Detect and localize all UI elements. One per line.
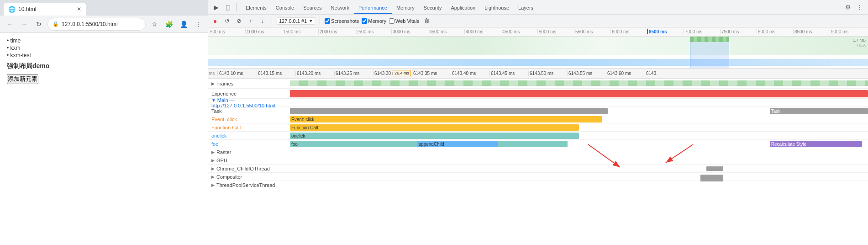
- screenshots-label: Screenshots: [331, 18, 359, 24]
- onclick-bar[interactable]: onclick: [290, 133, 579, 139]
- fine-tick-7: 6143.45 ms: [489, 71, 528, 76]
- onclick-row[interactable]: onclick onclick: [208, 132, 868, 140]
- event-click-content: Event: click: [290, 115, 868, 123]
- fine-tick-11: 6143.: [645, 71, 684, 76]
- toolbar-sep: [272, 17, 272, 25]
- raster-row[interactable]: ▶ Raster: [208, 148, 868, 156]
- browser-tabs-bar: 🌐 10.html ✕: [0, 0, 208, 16]
- extensions-button[interactable]: 🧩: [163, 18, 175, 30]
- tab-lighthouse[interactable]: Lighthouse: [480, 1, 514, 14]
- record-button[interactable]: ●: [210, 16, 220, 26]
- overview-strip[interactable]: 1.7 MB HEA: [208, 37, 868, 69]
- save-profile-button[interactable]: ↓: [258, 16, 267, 26]
- main-header-label: ▼ Main — http://127.0.0.1:5500/10.html: [208, 97, 290, 108]
- append-child-bar[interactable]: appendChild: [417, 141, 498, 147]
- device-toolbar-button[interactable]: ⎕: [222, 2, 233, 13]
- function-call-row[interactable]: Function Call Function Call: [208, 123, 868, 132]
- thread-pool-label: ▶ ThreadPoolServiceThread: [208, 182, 290, 188]
- timeline-ruler: 500 ms 1000 ms 1500 ms 2000 ms 2500 ms 3…: [208, 27, 868, 37]
- browser-tab[interactable]: 🌐 10.html ✕: [4, 3, 86, 16]
- tab-performance[interactable]: Performance: [354, 1, 392, 14]
- event-click-bar[interactable]: Event: click: [290, 116, 602, 122]
- ruler-tick-5500: 5500 ms: [574, 29, 610, 34]
- ruler-tick-2500: 2500 ms: [355, 29, 391, 34]
- tab-close-icon[interactable]: ✕: [77, 6, 81, 12]
- memory-checkbox-label[interactable]: Memory: [362, 18, 386, 24]
- list-item-time: • time: [7, 37, 201, 44]
- reload-button[interactable]: ↻: [33, 18, 45, 30]
- tab-network[interactable]: Network: [326, 1, 354, 14]
- main-header-row[interactable]: ▼ Main — http://127.0.0.1:5500/10.html: [208, 99, 868, 107]
- inspect-element-button[interactable]: ▶: [210, 2, 221, 13]
- chrome-child-row[interactable]: ▶ Chrome_ChildIOThread: [208, 165, 868, 173]
- task-bar-main[interactable]: [290, 108, 608, 114]
- screenshots-checkbox-label[interactable]: Screenshots: [325, 18, 359, 24]
- bookmark-button[interactable]: ☆: [148, 18, 160, 30]
- add-element-button[interactable]: 添加新元素: [7, 74, 38, 84]
- memory-checkbox-text: Memory: [368, 18, 386, 24]
- tab-memory[interactable]: Memory: [392, 1, 419, 14]
- task-row[interactable]: Task Task: [208, 107, 868, 115]
- reload-profile-button[interactable]: ↺: [222, 16, 231, 26]
- timing-marker: 26.4 ms: [393, 70, 411, 76]
- tab-layers[interactable]: Layers: [514, 1, 538, 14]
- foo-row[interactable]: foo foo appendChild Recalculate Style: [208, 140, 868, 148]
- experience-label: Experience: [208, 91, 290, 96]
- task-bar-right[interactable]: Task: [770, 108, 868, 114]
- hea-suffix-label: HEA: [857, 43, 866, 48]
- ruler-tick-6500: 6500 ms: [647, 29, 684, 34]
- browser-nav: ← → ↻ 🔒 127.0.0.1:5500/10.html ☆ 🧩 👤 ⋮: [0, 16, 208, 33]
- clear-button[interactable]: ⊘: [234, 16, 243, 26]
- tab-application[interactable]: Application: [446, 1, 480, 14]
- ruler-tick-500: 500 ms: [209, 29, 245, 34]
- onclick-label: onclick: [208, 133, 290, 138]
- memory-checkbox[interactable]: [362, 18, 367, 24]
- chrome-child-expand-icon: ▶: [211, 166, 215, 171]
- thread-pool-row[interactable]: ▶ ThreadPoolServiceThread: [208, 181, 868, 189]
- ruler-tick-5000: 5000 ms: [537, 29, 574, 34]
- event-click-row[interactable]: Event: click Event: click: [208, 115, 868, 123]
- web-vitals-checkbox[interactable]: [389, 18, 395, 24]
- frames-track-row[interactable]: ▶ Frames: [208, 79, 868, 89]
- ruler-tick-7500: 7500 ms: [720, 29, 757, 34]
- compositor-row[interactable]: ▶ Compositor: [208, 173, 868, 181]
- profile-button[interactable]: 👤: [178, 18, 189, 30]
- separator: [236, 3, 237, 11]
- screenshots-checkbox[interactable]: [325, 18, 330, 24]
- fine-tick-10: 6143.60 ms: [606, 71, 645, 76]
- address-bar[interactable]: 🔒 127.0.0.1:5500/10.html: [47, 18, 146, 31]
- load-profile-button[interactable]: ↑: [246, 16, 255, 26]
- compositor-expand-icon: ▶: [211, 175, 215, 179]
- url-selector[interactable]: 127.0.0.1 #1 ▼: [277, 17, 315, 25]
- forward-button[interactable]: →: [18, 18, 30, 30]
- ruler-tick-1500: 1500 ms: [282, 29, 318, 34]
- ruler-tick-3000: 3000 ms: [391, 29, 428, 34]
- tab-sources[interactable]: Sources: [299, 1, 326, 14]
- devtools-topbar: ▶ ⎕ Elements Console Sources Network Per…: [208, 0, 868, 15]
- chrome-child-bar: [706, 166, 724, 171]
- settings-button[interactable]: ⚙: [842, 2, 853, 13]
- fine-tick-3: 6143.20 ms: [295, 71, 334, 76]
- ruler-tick-9000: 9000 ms: [830, 29, 866, 34]
- customize-button[interactable]: ⋮: [854, 2, 865, 13]
- tab-console[interactable]: Console: [271, 1, 299, 14]
- fine-ruler: ms 6143.10 ms 6143.15 ms 6143.20 ms 6143…: [208, 69, 868, 79]
- tab-security[interactable]: Security: [419, 1, 447, 14]
- ruler-tick-8500: 8500 ms: [793, 29, 830, 34]
- fine-ruler-start: ms: [209, 71, 218, 76]
- delete-profile-button[interactable]: 🗑: [422, 17, 431, 24]
- fine-tick-1: 6143.10 ms: [218, 71, 257, 76]
- fine-tick-6: 6143.40 ms: [451, 71, 489, 76]
- toolbar-sep2: [320, 17, 320, 25]
- screenshot-strip: [690, 37, 730, 42]
- thread-pool-expand-icon: ▶: [211, 183, 215, 187]
- recalculate-bar[interactable]: Recalculate Style: [770, 141, 863, 147]
- function-call-bar[interactable]: Function Call: [290, 124, 579, 131]
- gpu-row[interactable]: ▶ GPU: [208, 156, 868, 165]
- web-vitals-checkbox-label[interactable]: Web Vitals: [389, 18, 419, 24]
- back-button[interactable]: ←: [4, 18, 16, 30]
- menu-button[interactable]: ⋮: [192, 18, 204, 30]
- tracks-area: ▶ Frames Experience ▼ Main — http://127.…: [208, 79, 868, 245]
- experience-track-row[interactable]: Experience: [208, 89, 868, 99]
- tab-elements[interactable]: Elements: [241, 1, 271, 14]
